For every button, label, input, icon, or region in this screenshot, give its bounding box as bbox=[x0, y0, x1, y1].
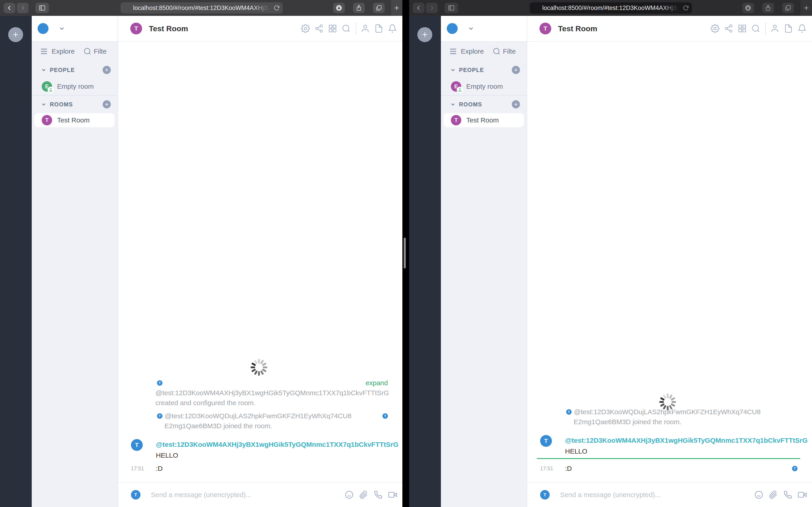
room-settings-icon[interactable] bbox=[301, 24, 310, 33]
notifications-icon[interactable] bbox=[388, 24, 397, 33]
address-bar[interactable]: localhost:8500/#/room/#test:12D3KooWM4AX… bbox=[530, 2, 692, 13]
user-avatar[interactable] bbox=[447, 23, 458, 34]
sidebar-user-header bbox=[441, 16, 527, 42]
sidebar-toggle-button[interactable] bbox=[35, 3, 49, 13]
create-space-button[interactable] bbox=[417, 27, 432, 42]
add-room-button[interactable] bbox=[103, 100, 111, 108]
forward-button[interactable] bbox=[17, 3, 29, 13]
share-room-icon[interactable] bbox=[314, 24, 323, 33]
room-list-item-empty-room[interactable]: E Empty room bbox=[32, 79, 117, 94]
sidebar-toggle-button[interactable] bbox=[445, 3, 458, 13]
attachment-icon[interactable] bbox=[359, 491, 368, 499]
expand-link[interactable]: expand bbox=[366, 379, 388, 387]
loading-spinner bbox=[250, 359, 267, 376]
emoji-icon[interactable] bbox=[754, 491, 763, 499]
members-icon[interactable] bbox=[770, 24, 779, 33]
video-call-icon[interactable] bbox=[388, 491, 397, 499]
add-people-button[interactable] bbox=[103, 66, 111, 74]
window-scrollbar-thumb[interactable] bbox=[404, 238, 406, 269]
reload-icon[interactable] bbox=[683, 5, 689, 11]
back-button[interactable] bbox=[413, 3, 424, 13]
sidebar-divider bbox=[441, 95, 527, 96]
sidebar-tools: Explore Filte bbox=[32, 45, 117, 58]
plus-icon bbox=[513, 67, 518, 72]
apps-grid-icon[interactable] bbox=[328, 24, 337, 33]
tab-overview-button[interactable] bbox=[373, 3, 385, 13]
room-list-item-empty-room[interactable]: E Empty room bbox=[441, 79, 527, 94]
chevron-down-icon[interactable] bbox=[468, 25, 474, 32]
people-section-header[interactable]: PEOPLE bbox=[441, 64, 527, 76]
share-button[interactable] bbox=[353, 3, 365, 13]
filter-button[interactable]: Filte bbox=[503, 48, 516, 55]
video-call-icon[interactable] bbox=[798, 491, 807, 499]
add-room-button[interactable] bbox=[512, 100, 520, 108]
event-creator-id: @test:12D3KooWM4AXHj3yBX1wgHGik5TyGQMnmc… bbox=[118, 388, 402, 398]
people-section-header[interactable]: PEOPLE bbox=[32, 64, 117, 76]
message-input[interactable] bbox=[560, 491, 749, 499]
emoji-icon[interactable] bbox=[345, 491, 353, 499]
event-joined-action: E2mg1Qae6BM3D joined the room. bbox=[118, 421, 402, 431]
event-joiner-id: @test:12D3KooWQDujLAS2hpkFwmGKFZH1EyWhXq… bbox=[165, 412, 351, 420]
explore-button[interactable]: Explore bbox=[461, 48, 484, 55]
header-divider bbox=[765, 22, 766, 35]
message-input[interactable] bbox=[151, 491, 339, 499]
files-icon[interactable] bbox=[374, 24, 383, 33]
room-list-item-test-room[interactable]: T Test Room bbox=[35, 113, 115, 127]
tab-overview-button[interactable] bbox=[782, 3, 794, 13]
room-label: Test Room bbox=[57, 116, 90, 124]
unread-marker bbox=[537, 458, 800, 459]
filter-button[interactable]: Filte bbox=[94, 48, 107, 55]
room-avatar[interactable]: T bbox=[540, 23, 551, 35]
files-icon[interactable] bbox=[784, 24, 793, 33]
room-list-sidebar: Explore Filte PEOPLE E Empty room bbox=[32, 16, 118, 507]
address-bar[interactable]: localhost:8500/#/room/#test:12D3KooWM4AX… bbox=[120, 2, 283, 13]
message-timeline: T @test:12D3KooWQDujLAS2hpkFwmGKFZH1EyWh… bbox=[527, 42, 812, 482]
sender-avatar[interactable]: T bbox=[131, 439, 143, 451]
members-icon[interactable] bbox=[361, 24, 370, 33]
share-room-icon[interactable] bbox=[724, 24, 733, 33]
sidebar-icon bbox=[448, 4, 455, 11]
search-room-icon[interactable] bbox=[751, 24, 760, 33]
add-people-button[interactable] bbox=[512, 66, 520, 74]
search-icon bbox=[83, 47, 92, 55]
notifications-icon[interactable] bbox=[798, 24, 807, 33]
chevron-left-icon bbox=[6, 5, 13, 11]
download-icon bbox=[745, 5, 752, 11]
message-composer: T bbox=[527, 482, 812, 507]
explore-button[interactable]: Explore bbox=[52, 48, 75, 55]
back-button[interactable] bbox=[4, 3, 15, 13]
share-button[interactable] bbox=[762, 3, 774, 13]
message-row-smiley: 17:51 :D bbox=[118, 463, 402, 474]
search-room-icon[interactable] bbox=[342, 24, 351, 33]
chevron-down-icon[interactable] bbox=[58, 25, 65, 32]
voice-call-icon[interactable] bbox=[374, 491, 383, 499]
room-settings-icon[interactable] bbox=[711, 24, 720, 33]
loading-spinner bbox=[659, 393, 676, 410]
sidebar-icon bbox=[39, 4, 46, 11]
voice-call-icon[interactable] bbox=[783, 491, 792, 499]
sender-avatar[interactable]: T bbox=[540, 435, 552, 447]
composer-avatar: T bbox=[540, 490, 550, 500]
user-icon bbox=[458, 88, 462, 92]
plus-icon bbox=[421, 31, 429, 39]
downloads-button[interactable] bbox=[742, 3, 754, 13]
room-title: Test Room bbox=[149, 24, 188, 33]
downloads-button[interactable] bbox=[333, 3, 345, 13]
reload-icon[interactable] bbox=[274, 5, 280, 11]
sender-id[interactable]: @test:12D3KooWM4AXHj3yBX1wgHGik5TyGQMnmc… bbox=[156, 439, 399, 450]
user-avatar[interactable] bbox=[38, 23, 48, 34]
rooms-section-header[interactable]: ROOMS bbox=[441, 98, 527, 111]
room-list-sidebar: Explore Filte PEOPLE E Empty room bbox=[441, 16, 527, 507]
read-receipt-avatar[interactable]: T bbox=[383, 413, 388, 419]
rooms-section-header[interactable]: ROOMS bbox=[32, 98, 117, 111]
new-tab-button[interactable] bbox=[391, 0, 402, 16]
apps-grid-icon[interactable] bbox=[738, 24, 747, 33]
sender-id[interactable]: @test:12D3KooWM4AXHj3yBX1wgHGik5TyGQMnmc… bbox=[565, 435, 808, 446]
forward-button[interactable] bbox=[426, 3, 438, 13]
attachment-icon[interactable] bbox=[769, 491, 777, 499]
new-tab-button[interactable] bbox=[801, 0, 812, 16]
room-avatar[interactable]: T bbox=[130, 23, 142, 35]
room-list-item-test-room[interactable]: T Test Room bbox=[444, 113, 524, 127]
create-space-button[interactable] bbox=[8, 27, 23, 42]
read-receipt-avatar[interactable]: T bbox=[792, 466, 798, 471]
